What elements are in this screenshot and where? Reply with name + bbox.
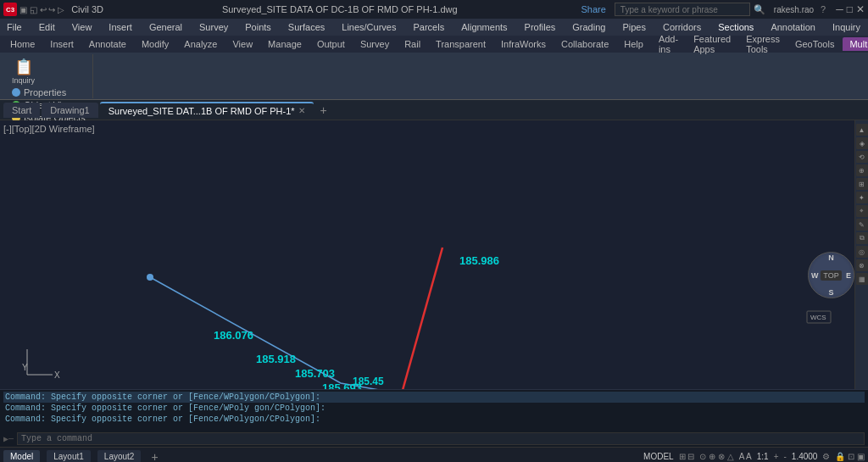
window-controls: ─ □ ✕ (836, 3, 865, 15)
tab-addins[interactable]: Add-ins (652, 32, 685, 56)
tab-multiple[interactable]: Multiple (843, 37, 868, 51)
tab-analyze[interactable]: Analyze (177, 37, 224, 51)
add-layout-button[interactable]: + (147, 450, 161, 463)
model-label: MODEL (643, 452, 674, 461)
rtool-4[interactable]: ⊕ (856, 164, 868, 176)
menu-view[interactable]: View (69, 20, 96, 34)
tab-annotate[interactable]: Annotate (82, 37, 133, 51)
rtool-12[interactable]: ▦ (856, 273, 868, 285)
rtool-9[interactable]: ⧉ (856, 232, 868, 244)
right-toolbar: ▲ ◈ ⟲ ⊕ ⊞ ✦ ⌖ ✎ ⧉ ◎ ⊗ ▦ (854, 120, 868, 389)
minimize-button[interactable]: ─ (836, 3, 843, 15)
zoom-value: 1.4000 (792, 452, 818, 461)
tab-surveyed-site[interactable]: Surveyed_SITE DAT...1B OF RMD OF PH-1* ✕ (100, 102, 314, 119)
rtool-8[interactable]: ✎ (856, 219, 868, 231)
tab-modify[interactable]: Modify (135, 37, 175, 51)
viewport-container[interactable]: [-][Top][2D Wireframe] 185.986 186.076 1… (0, 120, 868, 389)
rtool-6[interactable]: ✦ (856, 192, 868, 203)
app-logo: C3 (3, 3, 17, 16)
survey-point-1 (147, 274, 153, 281)
menu-general[interactable]: General (146, 20, 186, 34)
title-right-icons: Share 🔍 rakesh.rao ? ─ □ ✕ (576, 3, 865, 16)
cmd-line-3: Command: Specify opposite corner or [Fen… (3, 414, 865, 425)
rtool-3[interactable]: ⟲ (856, 151, 868, 163)
new-tab-button[interactable]: + (315, 101, 332, 120)
tab-help[interactable]: Help (617, 37, 650, 51)
tab-view[interactable]: View (225, 37, 259, 51)
rtool-5[interactable]: ⊞ (856, 178, 868, 190)
menu-bar: File Edit View Insert General Survey Poi… (0, 19, 868, 36)
settings-icon[interactable]: ⚙ (822, 452, 830, 461)
tab-insert[interactable]: Insert (43, 37, 81, 51)
tab-express[interactable]: Express Tools (739, 32, 787, 56)
tab-home[interactable]: Home (3, 37, 42, 51)
tab-output[interactable]: Output (310, 37, 352, 51)
cmd-line-1: Command: Specify opposite corner or [Fen… (3, 392, 865, 403)
menu-alignments[interactable]: Alignments (458, 20, 510, 34)
menu-grading[interactable]: Grading (569, 20, 609, 34)
compass-e: E (846, 271, 851, 280)
properties-item[interactable]: Properties (8, 86, 89, 98)
menu-inquiry[interactable]: Inquiry (829, 20, 864, 34)
tab-close-icon[interactable]: ✕ (298, 106, 305, 115)
rtool-1[interactable]: ▲ (856, 124, 868, 136)
title-bar: C3 ▣ ◱ ↩ ↪ ▷ Civil 3D Surveyed_SITE DATA… (0, 0, 868, 19)
menu-surfaces[interactable]: Surfaces (285, 20, 328, 34)
menu-survey[interactable]: Survey (196, 20, 231, 34)
rtool-2[interactable]: ◈ (856, 137, 868, 149)
quick-access-icons: ▣ ◱ ↩ ↪ ▷ (19, 5, 64, 14)
close-button[interactable]: ✕ (856, 3, 865, 15)
menu-lines-curves[interactable]: Lines/Curves (338, 20, 399, 34)
menu-parcels[interactable]: Parcels (409, 20, 448, 34)
rtool-7[interactable]: ⌖ (856, 205, 868, 217)
compass-w: W (811, 271, 819, 280)
share-button[interactable]: Share (576, 4, 611, 14)
cmd-input[interactable] (17, 432, 865, 445)
wcs-label: WCS (810, 314, 826, 321)
tab-collaborate[interactable]: Collaborate (554, 37, 615, 51)
doc-tabs: Start Drawing1 Surveyed_SITE DAT...1B OF… (0, 100, 868, 120)
inquiry-label: Inquiry (12, 76, 35, 85)
tab-manage[interactable]: Manage (261, 37, 309, 51)
tab-survey[interactable]: Survey (353, 37, 396, 51)
zoom-up[interactable]: + (774, 452, 779, 461)
menu-points[interactable]: Points (242, 20, 275, 34)
viewport-label: [-][Top][2D Wireframe] (3, 124, 95, 134)
tab-infraworks[interactable]: InfraWorks (494, 37, 553, 51)
menu-edit[interactable]: Edit (36, 20, 58, 34)
zoom-down[interactable]: - (784, 452, 787, 461)
status-bar: Model Layout1 Layout2 + MODEL ⊞ ⊟ ⊙ ⊕ ⊗ … (0, 447, 868, 462)
properties-label: Properties (24, 87, 66, 97)
tab-geotools[interactable]: GeoTools (788, 37, 841, 51)
tab-featured[interactable]: Featured Apps (687, 32, 737, 56)
status-layout1[interactable]: Layout1 (47, 450, 91, 462)
restore-button[interactable]: □ (847, 3, 853, 15)
red-line (362, 248, 442, 389)
tab-drawing1[interactable]: Drawing1 (42, 103, 97, 118)
search-input[interactable] (615, 3, 750, 16)
menu-pipes[interactable]: Pipes (619, 20, 649, 34)
compass-n: N (828, 253, 834, 262)
ribbon-content: 📋 Inquiry Properties Object Viewer Isola… (0, 53, 868, 100)
status-layout2[interactable]: Layout2 (97, 450, 142, 462)
menu-file[interactable]: File (3, 20, 25, 34)
rtool-11[interactable]: ⊗ (856, 259, 868, 271)
elev-185703: 185.703 (295, 367, 335, 380)
status-model[interactable]: Model (3, 450, 40, 462)
elev-18545: 185.45 (353, 376, 384, 387)
menu-profiles[interactable]: Profiles (521, 20, 559, 34)
ribbon-inquiry-items: 📋 Inquiry (8, 56, 38, 86)
compass-center: TOP (821, 270, 841, 281)
tab-rail[interactable]: Rail (398, 37, 427, 51)
tab-transparent[interactable]: Transparent (429, 37, 492, 51)
help-icon[interactable]: ? (821, 4, 826, 14)
grid-icons: ⊞ ⊟ (679, 452, 695, 461)
search-icon: 🔍 (754, 4, 765, 15)
status-right-area: MODEL ⊞ ⊟ ⊙ ⊕ ⊗ △ A A 1:1 + - 1.4000 ⚙ 🔒… (643, 452, 865, 461)
rtool-10[interactable]: ◎ (856, 246, 868, 258)
menu-insert[interactable]: Insert (105, 20, 136, 34)
ribbon-inquiry-btn[interactable]: 📋 Inquiry (8, 56, 38, 86)
cmd-input-row: ▶─ (3, 432, 865, 445)
tab-start[interactable]: Start (3, 103, 40, 118)
elev-186076: 186.076 (214, 329, 253, 342)
